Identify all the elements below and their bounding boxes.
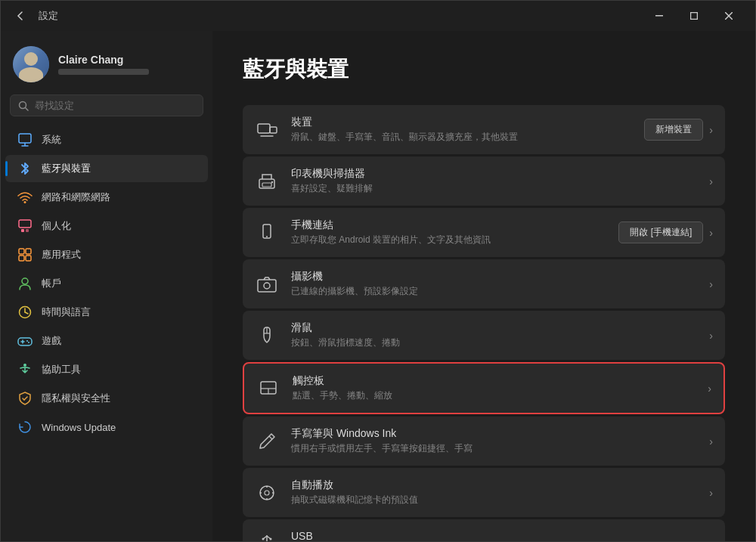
svg-rect-37 xyxy=(258,280,276,292)
settings-item-usb[interactable]: USB 通知、USB 省電模式 › xyxy=(243,519,725,541)
user-profile[interactable]: Claire Chang xyxy=(1,40,212,94)
settings-item-phone[interactable]: 手機連結 立即存取您 Android 裝置的相片、文字及其他資訊 開啟 [手機連… xyxy=(243,208,725,257)
item-text-mouse: 滑鼠 按鈕、滑鼠指標速度、捲動 xyxy=(291,321,697,349)
printers-icon xyxy=(255,169,279,194)
avatar xyxy=(13,46,49,82)
sidebar-item-accessibility[interactable]: 協助工具 xyxy=(5,356,208,383)
item-desc: 點選、手勢、捲動、縮放 xyxy=(293,389,696,402)
svg-point-56 xyxy=(270,537,272,540)
svg-line-44 xyxy=(269,436,272,439)
svg-rect-30 xyxy=(270,127,277,133)
back-button[interactable] xyxy=(10,5,31,26)
item-desc: 滑鼠、鍵盤、手寫筆、音訊、顯示器及擴充座，其他裝置 xyxy=(291,131,632,144)
svg-rect-15 xyxy=(19,256,24,261)
svg-rect-29 xyxy=(258,124,270,133)
item-title: 滑鼠 xyxy=(291,321,697,335)
svg-rect-21 xyxy=(18,338,32,345)
search-icon xyxy=(18,101,29,111)
page-title: 藍牙與裝置 xyxy=(243,55,725,84)
item-desc: 慣用右手或慣用左手、手寫筆按鈕捷徑、手寫 xyxy=(291,442,697,455)
settings-item-mouse[interactable]: 滑鼠 按鈕、滑鼠指標速度、捲動 › xyxy=(243,311,725,360)
minimize-button[interactable] xyxy=(642,4,677,28)
item-desc: 已連線的攝影機、預設影像設定 xyxy=(291,285,697,298)
svg-rect-12 xyxy=(26,229,29,232)
settings-item-pen[interactable]: 手寫筆與 Windows Ink 慣用右手或慣用左手、手寫筆按鈕捷徑、手寫 › xyxy=(243,417,725,466)
svg-point-26 xyxy=(23,364,26,367)
svg-point-36 xyxy=(266,236,268,237)
sidebar: Claire Chang xyxy=(1,31,212,541)
bluetooth-icon xyxy=(17,161,33,176)
settings-item-touchpad[interactable]: 觸控板 點選、手勢、捲動、縮放 › xyxy=(243,362,725,414)
svg-point-17 xyxy=(22,278,28,284)
settings-list: 裝置 滑鼠、鍵盤、手寫筆、音訊、顯示器及擴充座，其他裝置 新增裝置 › xyxy=(243,105,725,541)
touchpad-icon xyxy=(256,376,280,401)
sidebar-item-label: 系統 xyxy=(42,133,61,147)
chevron-icon: › xyxy=(709,330,713,342)
devices-icon xyxy=(255,118,279,142)
maximize-button[interactable] xyxy=(677,4,711,28)
sidebar-item-label: 協助工具 xyxy=(42,363,81,376)
chevron-icon: › xyxy=(709,278,713,290)
window-title: 設定 xyxy=(39,9,58,23)
svg-point-24 xyxy=(26,340,28,342)
privacy-icon xyxy=(17,391,33,406)
add-device-button[interactable]: 新增裝置 xyxy=(644,119,703,141)
gaming-icon xyxy=(17,333,33,348)
svg-rect-16 xyxy=(26,256,31,261)
item-desc: 按鈕、滑鼠指標速度、捲動 xyxy=(291,336,697,349)
user-email xyxy=(58,69,149,75)
sidebar-item-privacy[interactable]: 隱私權與安全性 xyxy=(5,385,208,412)
item-desc: 立即存取您 Android 裝置的相片、文字及其他資訊 xyxy=(291,234,606,246)
item-text-pen: 手寫筆與 Windows Ink 慣用右手或慣用左手、手寫筆按鈕捷徑、手寫 xyxy=(291,427,697,455)
settings-item-devices[interactable]: 裝置 滑鼠、鍵盤、手寫筆、音訊、顯示器及擴充座，其他裝置 新增裝置 › xyxy=(243,105,725,154)
sidebar-item-personalization[interactable]: 個人化 xyxy=(5,212,208,240)
sidebar-item-time[interactable]: 時間與語言 xyxy=(5,299,208,326)
sidebar-item-label: 網路和網際網路 xyxy=(42,190,110,204)
item-action-devices: 新增裝置 › xyxy=(644,119,713,141)
item-action-printers: › xyxy=(709,175,713,187)
settings-item-autoplay[interactable]: 自動播放 抽取式磁碟機和記憶卡的預設值 › xyxy=(243,468,725,517)
svg-line-28 xyxy=(24,397,27,400)
search-input[interactable] xyxy=(35,100,195,111)
item-desc: 喜好設定、疑難排解 xyxy=(291,182,697,195)
svg-point-55 xyxy=(262,537,265,540)
update-icon xyxy=(17,420,33,435)
user-name: Claire Chang xyxy=(58,54,149,66)
sidebar-item-bluetooth[interactable]: 藍牙與裝置 xyxy=(5,155,208,182)
item-title: 自動播放 xyxy=(291,479,697,492)
item-title: 裝置 xyxy=(291,116,632,129)
svg-rect-1 xyxy=(691,13,698,20)
item-action-phone: 開啟 [手機連結] › xyxy=(618,221,713,243)
sidebar-item-system[interactable]: 系統 xyxy=(5,126,208,153)
mouse-icon xyxy=(255,324,279,348)
close-button[interactable] xyxy=(711,4,746,28)
svg-point-46 xyxy=(265,491,269,495)
personalization-icon xyxy=(17,218,33,234)
item-action-pen: › xyxy=(709,435,713,448)
item-title: USB xyxy=(291,530,697,541)
phone-link-button[interactable]: 開啟 [手機連結] xyxy=(618,221,703,243)
sidebar-item-update[interactable]: Windows Update xyxy=(5,413,208,441)
settings-item-printers[interactable]: 印表機與掃描器 喜好設定、疑難排解 › xyxy=(243,156,725,206)
search-box[interactable] xyxy=(10,94,203,116)
window-controls xyxy=(642,4,746,28)
sidebar-item-gaming[interactable]: 遊戲 xyxy=(5,327,208,355)
item-desc: 抽取式磁碟機和記憶卡的預設值 xyxy=(291,494,697,506)
svg-line-5 xyxy=(26,107,29,110)
sidebar-item-network[interactable]: 網路和網際網路 xyxy=(5,184,208,211)
sidebar-item-account[interactable]: 帳戶 xyxy=(5,270,208,297)
camera-icon xyxy=(255,272,279,296)
chevron-icon: › xyxy=(709,537,713,542)
sidebar-nav: 系統 藍牙與裝置 xyxy=(1,122,212,444)
sidebar-item-label: 藍牙與裝置 xyxy=(42,162,91,175)
usb-icon xyxy=(255,531,279,542)
main-content: 藍牙與裝置 裝置 滑鼠、鍵盤、手寫筆、音訊、顯示器及擴充座，其他裝置 xyxy=(212,31,755,541)
settings-item-camera[interactable]: 攝影機 已連線的攝影機、預設影像設定 › xyxy=(243,259,725,308)
sidebar-item-apps[interactable]: 應用程式 xyxy=(5,241,208,268)
sidebar-item-label: Windows Update xyxy=(42,422,116,433)
item-action-autoplay: › xyxy=(709,487,713,499)
item-text-camera: 攝影機 已連線的攝影機、預設影像設定 xyxy=(291,270,697,298)
item-action-mouse: › xyxy=(709,330,713,342)
sidebar-item-label: 隱私權與安全性 xyxy=(42,392,110,405)
titlebar-left: 設定 xyxy=(10,5,58,26)
